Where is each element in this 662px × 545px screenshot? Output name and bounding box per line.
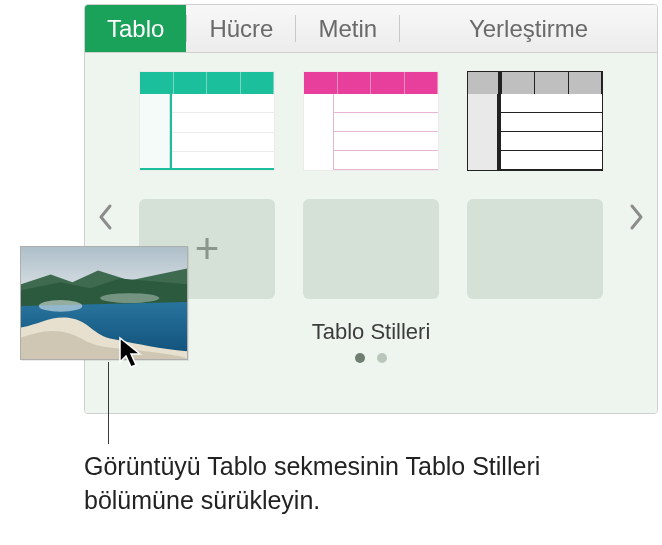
pager-dot[interactable] xyxy=(355,353,365,363)
chevron-right-icon[interactable] xyxy=(627,203,645,238)
callout-text: Görüntüyü Tablo sekmesinin Tablo Stiller… xyxy=(84,450,604,518)
tab-text[interactable]: Metin xyxy=(296,5,399,52)
table-style-teal[interactable] xyxy=(139,71,275,171)
tab-arrange[interactable]: Yerleştirme xyxy=(400,5,657,52)
style-pager xyxy=(137,353,605,363)
plus-icon: + xyxy=(195,228,220,270)
style-thumb-row: + xyxy=(137,199,605,299)
pager-dot[interactable] xyxy=(377,353,387,363)
tab-cell[interactable]: Hücre xyxy=(187,5,295,52)
tab-table[interactable]: Tablo xyxy=(85,5,186,52)
chevron-left-icon[interactable] xyxy=(97,203,115,238)
section-title: Tablo Stilleri xyxy=(137,319,605,345)
empty-style-slot[interactable] xyxy=(303,199,439,299)
style-thumb-row xyxy=(137,71,605,171)
empty-style-slot[interactable] xyxy=(467,199,603,299)
inspector-tabbar: Tablo Hücre Metin Yerleştirme xyxy=(85,5,657,53)
table-style-grey[interactable] xyxy=(467,71,603,171)
dragged-image-thumbnail[interactable] xyxy=(20,246,188,360)
callout-leader-line xyxy=(108,362,109,444)
svg-point-3 xyxy=(100,293,159,303)
table-style-pink[interactable] xyxy=(303,71,439,171)
svg-point-2 xyxy=(39,300,82,312)
